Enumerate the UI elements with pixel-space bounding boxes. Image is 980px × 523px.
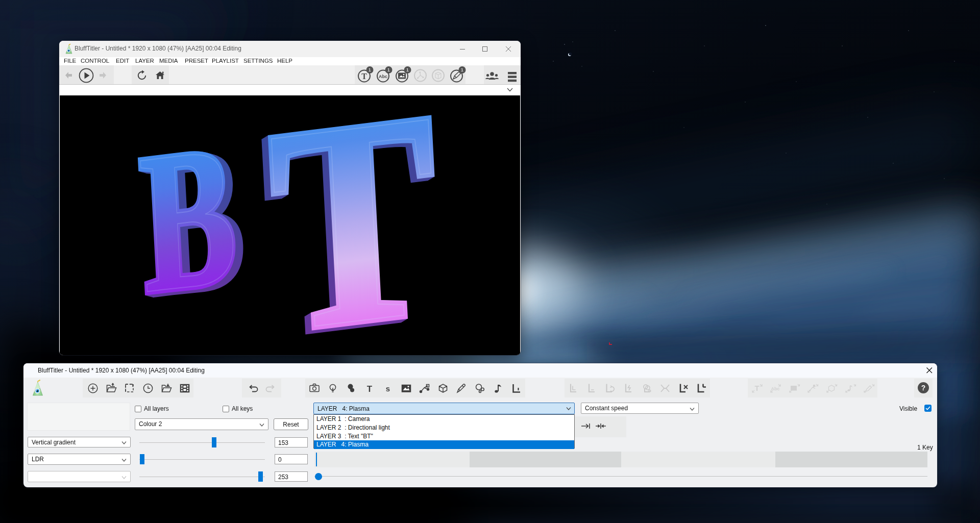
svg-text:B: B [136,102,241,335]
svg-text:T: T [367,384,373,394]
svg-text:1: 1 [461,67,463,72]
svg-text:1: 1 [406,67,409,72]
svg-text:Abc: Abc [379,74,387,79]
svg-text:T: T [264,95,445,349]
svg-text:?: ? [921,384,926,392]
svg-text:s: s [386,384,390,393]
svg-text:T: T [361,72,367,81]
svg-text:T: T [754,384,759,392]
svg-text:1: 1 [387,67,390,72]
svg-text:1: 1 [369,67,371,72]
